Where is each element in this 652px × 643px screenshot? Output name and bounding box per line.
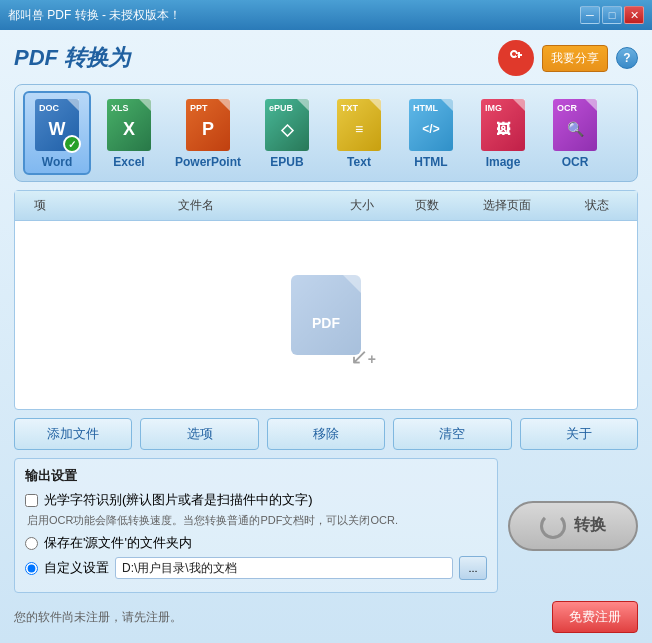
custom-path-row: 自定义设置 ...	[25, 556, 487, 580]
help-button[interactable]: ?	[616, 47, 638, 69]
ocr-checkbox-row: 光学字符识别(辨认图片或者是扫描件中的文字)	[25, 491, 487, 509]
share-area: 我要分享 ?	[498, 40, 638, 76]
remove-button[interactable]: 移除	[267, 418, 385, 450]
window-title: 都叫兽 PDF 转换 - 未授权版本！	[8, 7, 181, 24]
col-header-pages: 页数	[397, 195, 457, 216]
share-button[interactable]: 我要分享	[542, 45, 608, 72]
minimize-button[interactable]: ─	[580, 6, 600, 24]
custom-path-input[interactable]	[115, 557, 453, 579]
format-ppt[interactable]: PPT P PowerPoint	[167, 91, 249, 175]
excel-label: Excel	[113, 155, 144, 169]
format-html[interactable]: HTML </> HTML	[397, 91, 465, 175]
col-header-name: 文件名	[65, 195, 327, 216]
convert-area: 转换	[508, 458, 638, 593]
output-settings: 输出设置 光学字符识别(辨认图片或者是扫描件中的文字) 启用OCR功能会降低转换…	[14, 458, 498, 593]
ppt-icon: PPT P	[183, 97, 233, 153]
col-header-no: 项	[15, 195, 65, 216]
format-epub[interactable]: ePUB ◇ EPUB	[253, 91, 321, 175]
text-icon: TXT ≡	[334, 97, 384, 153]
format-excel[interactable]: XLS X Excel	[95, 91, 163, 175]
header-row: PDF 转换为 我要分享 ?	[14, 40, 638, 76]
about-button[interactable]: 关于	[520, 418, 638, 450]
save-source-row: 保存在'源文件'的文件夹内	[25, 534, 487, 552]
bottom-bar: 您的软件尚未注册，请先注册。 免费注册	[14, 601, 638, 633]
convert-button[interactable]: 转换	[508, 501, 638, 551]
custom-path-label[interactable]: 自定义设置	[44, 559, 109, 577]
epub-icon: ePUB ◇	[262, 97, 312, 153]
format-text[interactable]: TXT ≡ Text	[325, 91, 393, 175]
convert-button-label: 转换	[574, 515, 606, 536]
html-label: HTML	[414, 155, 447, 169]
format-bar: DOC W ✓ Word XLS X Excel PPT P	[14, 84, 638, 182]
pdf-drop-placeholder: PDF ↙+	[291, 275, 361, 355]
col-header-status: 状态	[557, 195, 637, 216]
image-icon: IMG 🖼	[478, 97, 528, 153]
clear-button[interactable]: 清空	[393, 418, 511, 450]
check-badge: ✓	[63, 135, 81, 153]
pdf-placeholder-icon: PDF ↙+	[291, 275, 361, 355]
html-icon: HTML </>	[406, 97, 456, 153]
word-icon: DOC W ✓	[32, 97, 82, 153]
maximize-button[interactable]: □	[602, 6, 622, 24]
page-title: PDF 转换为	[14, 43, 130, 73]
col-header-size: 大小	[327, 195, 397, 216]
word-label: Word	[42, 155, 72, 169]
options-button[interactable]: 选项	[140, 418, 258, 450]
toolbar: 添加文件 选项 移除 清空 关于	[14, 418, 638, 450]
file-table: 项 文件名 大小 页数 选择页面 状态 PDF ↙+	[14, 190, 638, 410]
format-ocr[interactable]: OCR 🔍 OCR	[541, 91, 609, 175]
save-source-radio[interactable]	[25, 537, 38, 550]
col-header-select: 选择页面	[457, 195, 557, 216]
title-bar: 都叫兽 PDF 转换 - 未授权版本！ ─ □ ✕	[0, 0, 652, 30]
output-settings-title: 输出设置	[25, 467, 487, 485]
register-button[interactable]: 免费注册	[552, 601, 638, 633]
format-word[interactable]: DOC W ✓ Word	[23, 91, 91, 175]
ocr-label-text[interactable]: 光学字符识别(辨认图片或者是扫描件中的文字)	[44, 491, 313, 509]
ocr-label: OCR	[562, 155, 589, 169]
close-button[interactable]: ✕	[624, 6, 644, 24]
window-controls: ─ □ ✕	[580, 6, 644, 24]
convert-spinner-icon	[540, 513, 566, 539]
add-file-button[interactable]: 添加文件	[14, 418, 132, 450]
table-header: 项 文件名 大小 页数 选择页面 状态	[15, 191, 637, 221]
ppt-label: PowerPoint	[175, 155, 241, 169]
registration-notice: 您的软件尚未注册，请先注册。	[14, 609, 182, 626]
save-source-label[interactable]: 保存在'源文件'的文件夹内	[44, 534, 192, 552]
ocr-note: 启用OCR功能会降低转换速度。当您转换普通的PDF文档时，可以关闭OCR.	[27, 513, 487, 528]
custom-path-radio[interactable]	[25, 562, 38, 575]
weibo-icon	[498, 40, 534, 76]
epub-label: EPUB	[270, 155, 303, 169]
ocr-icon: OCR 🔍	[550, 97, 600, 153]
excel-icon: XLS X	[104, 97, 154, 153]
browse-button[interactable]: ...	[459, 556, 487, 580]
plus-cursor-icon: ↙+	[350, 344, 376, 370]
format-image[interactable]: IMG 🖼 Image	[469, 91, 537, 175]
table-body: PDF ↙+	[15, 221, 637, 409]
main-content: PDF 转换为 我要分享 ? DOC W ✓ Word	[0, 30, 652, 643]
text-label: Text	[347, 155, 371, 169]
image-label: Image	[486, 155, 521, 169]
ocr-checkbox[interactable]	[25, 494, 38, 507]
